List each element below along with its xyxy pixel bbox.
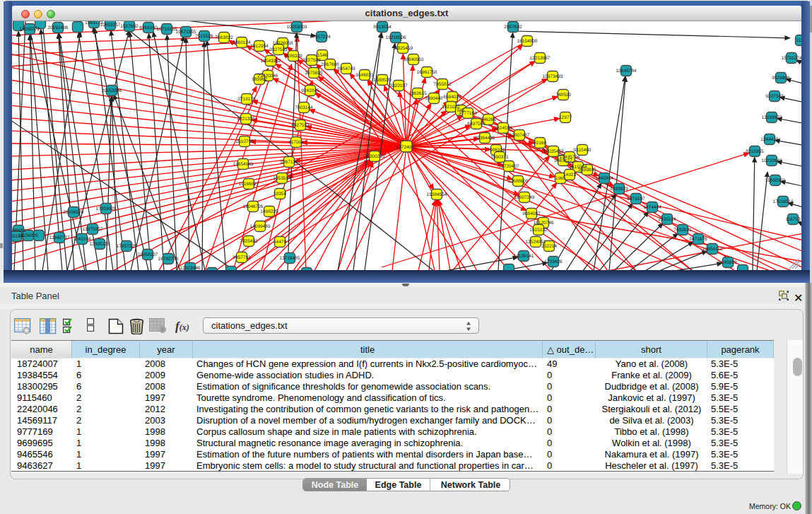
svg-text:11325419: 11325419 xyxy=(393,46,413,51)
svg-text:9227343: 9227343 xyxy=(765,94,784,99)
svg-text:9242845: 9242845 xyxy=(301,88,319,93)
svg-text:12905135: 12905135 xyxy=(90,242,110,247)
svg-text:16961758: 16961758 xyxy=(417,70,437,75)
svg-text:12977: 12977 xyxy=(559,115,572,120)
svg-text:10053809: 10053809 xyxy=(287,25,307,30)
svg-text:1546: 1546 xyxy=(317,53,328,58)
svg-text:1244415: 1244415 xyxy=(760,137,779,142)
svg-text:7357224: 7357224 xyxy=(312,35,331,40)
svg-text:18354: 18354 xyxy=(273,192,286,197)
svg-text:8186328: 8186328 xyxy=(284,54,302,59)
svg-text:62160: 62160 xyxy=(534,141,546,146)
svg-text:20691406: 20691406 xyxy=(48,25,69,30)
svg-text:9529906: 9529906 xyxy=(772,76,790,81)
svg-text:13716485: 13716485 xyxy=(280,256,300,261)
svg-text:8860124: 8860124 xyxy=(233,40,251,45)
svg-text:17957225: 17957225 xyxy=(117,244,137,249)
svg-text:2987682: 2987682 xyxy=(504,25,522,30)
svg-text:8427552: 8427552 xyxy=(291,123,310,128)
svg-text:10653257: 10653257 xyxy=(100,23,121,28)
svg-text:19654983: 19654983 xyxy=(233,162,254,167)
svg-text:16120746: 16120746 xyxy=(534,221,554,226)
svg-text:9327503: 9327503 xyxy=(269,47,288,52)
svg-text:17359928: 17359928 xyxy=(96,206,117,211)
svg-text:417004: 417004 xyxy=(288,140,304,145)
svg-text:8990448: 8990448 xyxy=(425,96,443,101)
svg-text:6994028: 6994028 xyxy=(443,95,461,100)
svg-text:1615132: 1615132 xyxy=(529,228,548,233)
svg-text:10671355: 10671355 xyxy=(176,30,196,35)
svg-text:18724007: 18724007 xyxy=(396,145,417,150)
svg-text:14055572: 14055572 xyxy=(20,27,40,32)
svg-text:16782759: 16782759 xyxy=(158,257,179,262)
svg-text:7955812: 7955812 xyxy=(433,82,452,87)
svg-text:8471676: 8471676 xyxy=(689,237,707,242)
svg-text:2867608: 2867608 xyxy=(321,62,339,67)
svg-text:935061: 935061 xyxy=(12,228,26,233)
svg-text:7632621: 7632621 xyxy=(673,228,692,233)
svg-text:1440954: 1440954 xyxy=(595,176,613,181)
svg-text:3322037: 3322037 xyxy=(389,83,408,88)
svg-text:3675685: 3675685 xyxy=(305,71,323,76)
svg-text:10654112: 10654112 xyxy=(702,247,723,252)
svg-text:1588520: 1588520 xyxy=(373,78,392,83)
svg-text:9457791: 9457791 xyxy=(233,255,251,260)
svg-text:7663822: 7663822 xyxy=(215,35,233,40)
svg-text:12923446: 12923446 xyxy=(180,266,201,270)
svg-text:2935114: 2935114 xyxy=(659,217,676,222)
svg-text:19166827: 19166827 xyxy=(239,182,259,187)
svg-text:9115460: 9115460 xyxy=(574,148,592,153)
svg-text:12093872: 12093872 xyxy=(762,115,782,120)
svg-text:1527602: 1527602 xyxy=(120,24,139,29)
svg-text:10210643: 10210643 xyxy=(762,158,782,163)
svg-text:989962: 989962 xyxy=(252,77,267,82)
svg-text:16046726: 16046726 xyxy=(243,204,264,209)
svg-text:9146821: 9146821 xyxy=(355,73,374,78)
svg-text:18640910: 18640910 xyxy=(404,57,424,62)
svg-text:1733426: 1733426 xyxy=(544,259,563,264)
svg-text:9474444: 9474444 xyxy=(643,205,661,210)
svg-text:1010755: 1010755 xyxy=(235,139,254,144)
svg-text:1362615: 1362615 xyxy=(408,91,427,96)
svg-text:3624554: 3624554 xyxy=(494,126,512,131)
svg-text:18907249: 18907249 xyxy=(514,195,535,200)
svg-text:15720407: 15720407 xyxy=(499,164,519,169)
svg-text:1145194: 1145194 xyxy=(73,237,91,242)
svg-text:1990371: 1990371 xyxy=(490,155,509,160)
svg-text:1353594: 1353594 xyxy=(273,176,291,181)
svg-text:6497568: 6497568 xyxy=(467,122,486,127)
svg-text:7986322: 7986322 xyxy=(487,148,505,153)
svg-text:7515526: 7515526 xyxy=(195,34,213,39)
svg-text:14099489: 14099489 xyxy=(250,224,271,229)
svg-text:8813054: 8813054 xyxy=(373,25,392,30)
svg-text:16154808: 16154808 xyxy=(517,39,538,44)
svg-text:8215955: 8215955 xyxy=(746,149,764,154)
svg-text:15751074: 15751074 xyxy=(782,56,801,61)
svg-text:10688609: 10688609 xyxy=(508,179,529,184)
svg-text:8938923: 8938923 xyxy=(610,187,628,192)
svg-text:1221335: 1221335 xyxy=(237,117,255,122)
svg-text:9699695: 9699695 xyxy=(578,168,596,173)
svg-text:6966160: 6966160 xyxy=(139,25,158,30)
svg-text:17016514: 17016514 xyxy=(773,199,794,204)
svg-text:9777169: 9777169 xyxy=(459,111,477,116)
svg-text:14479: 14479 xyxy=(273,240,286,245)
svg-text:11156829: 11156829 xyxy=(18,233,38,238)
svg-text:7825402: 7825402 xyxy=(240,239,258,244)
svg-text:20206576: 20206576 xyxy=(64,210,84,215)
svg-text:116753: 116753 xyxy=(785,217,801,222)
svg-text:9084067: 9084067 xyxy=(522,211,541,216)
svg-text:252214: 252214 xyxy=(541,244,557,249)
svg-text:748500: 748500 xyxy=(555,93,571,98)
svg-text:14136141: 14136141 xyxy=(514,254,534,259)
svg-text:13495794: 13495794 xyxy=(560,155,580,160)
svg-text:8912954: 8912954 xyxy=(250,44,269,49)
svg-text:1498225: 1498225 xyxy=(260,209,278,214)
svg-text:19384554: 19384554 xyxy=(427,192,447,197)
svg-text:18226058: 18226058 xyxy=(273,41,293,46)
svg-text:8454749: 8454749 xyxy=(337,66,355,71)
svg-text:7803144: 7803144 xyxy=(295,105,313,110)
svg-text:6479197: 6479197 xyxy=(627,197,645,201)
svg-text:9245652: 9245652 xyxy=(719,260,737,265)
svg-text:3267130: 3267130 xyxy=(280,160,298,165)
